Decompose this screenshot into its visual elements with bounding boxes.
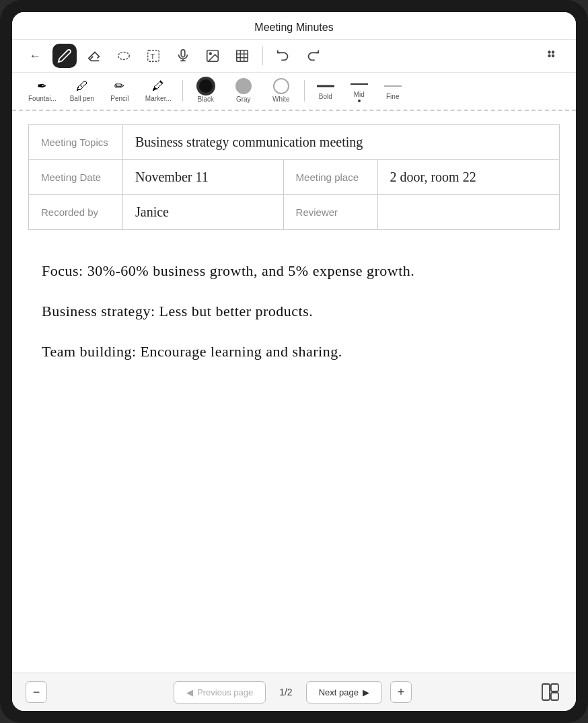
- svg-point-15: [548, 55, 550, 57]
- topics-label: Meeting Topics: [29, 125, 123, 160]
- layout-button[interactable]: [538, 680, 562, 704]
- recorded-value[interactable]: Janice: [123, 195, 284, 230]
- white-color-circle[interactable]: [273, 78, 289, 94]
- app-title: Meeting Minutes: [254, 22, 333, 33]
- reviewer-label: Reviewer: [283, 195, 377, 230]
- pencil-option[interactable]: ✏ Pencil: [102, 76, 137, 105]
- bold-stroke-option[interactable]: Bold: [310, 78, 341, 103]
- next-page-button[interactable]: Next page ▶: [306, 681, 382, 703]
- fountain-pen-label: Fountai...: [28, 95, 57, 102]
- fine-stroke-line: [383, 81, 403, 91]
- mid-stroke-option[interactable]: Mid: [344, 76, 375, 105]
- svg-point-7: [209, 52, 211, 54]
- svg-text:T: T: [150, 52, 155, 61]
- zoom-out-button[interactable]: −: [26, 681, 47, 703]
- page-indicator: 1/2: [274, 687, 297, 697]
- mic-button[interactable]: [171, 44, 195, 68]
- sub-toolbar-separator-1: [182, 80, 183, 102]
- eraser-icon: [87, 48, 102, 63]
- svg-rect-21: [551, 684, 558, 691]
- screen: Meeting Minutes ←: [12, 12, 576, 711]
- ball-pen-icon: 🖊: [76, 79, 88, 93]
- place-value[interactable]: 2 door, room 22: [377, 160, 559, 195]
- main-toolbar: ← T: [12, 40, 576, 73]
- svg-rect-8: [237, 50, 248, 62]
- date-label: Meeting Date: [29, 160, 123, 195]
- lasso-icon: [116, 48, 131, 63]
- layout-icon: [541, 683, 560, 701]
- pen-tool-button[interactable]: [52, 44, 77, 68]
- image-button[interactable]: [200, 44, 225, 68]
- place-label: Meeting place: [283, 160, 377, 195]
- topics-value[interactable]: Business strategy communication meeting: [123, 125, 560, 160]
- eraser-button[interactable]: [82, 44, 106, 68]
- table-row-date: Meeting Date November 11 Meeting place 2…: [29, 160, 560, 195]
- date-value[interactable]: November 11: [123, 160, 284, 195]
- gray-color-option[interactable]: Gray: [226, 75, 261, 106]
- text-icon: T: [146, 48, 161, 63]
- undo-icon: [276, 48, 291, 63]
- prev-page-label: Previous page: [197, 687, 253, 697]
- prev-arrow-icon: ◀: [186, 687, 193, 697]
- sub-toolbar-separator-2: [304, 80, 305, 102]
- svg-point-16: [552, 55, 554, 57]
- black-color-option[interactable]: Black: [188, 75, 223, 106]
- gray-color-circle[interactable]: [235, 78, 252, 94]
- fine-stroke-label: Fine: [386, 93, 399, 100]
- add-page-button[interactable]: +: [390, 681, 412, 703]
- ball-pen-label: Ball pen: [70, 95, 94, 102]
- device: Meeting Minutes ←: [0, 0, 588, 723]
- pen-icon: [57, 48, 72, 63]
- bottom-bar: − ◀ Previous page 1/2 Next page ▶ +: [12, 673, 576, 711]
- mid-stroke-dot: [358, 100, 361, 102]
- redo-icon: [305, 48, 320, 63]
- lasso-button[interactable]: [112, 44, 136, 68]
- marker-option[interactable]: 🖍 Marker...: [140, 77, 177, 105]
- text-button[interactable]: T: [141, 44, 166, 68]
- next-arrow-icon: ▶: [363, 687, 369, 697]
- svg-rect-3: [181, 50, 185, 57]
- svg-point-14: [552, 51, 554, 53]
- undo-button[interactable]: [271, 44, 295, 68]
- pencil-label: Pencil: [110, 95, 128, 102]
- note-line-2[interactable]: Business strategy: Less but better produ…: [42, 297, 546, 326]
- black-color-circle[interactable]: [198, 78, 214, 94]
- note-line-1[interactable]: Focus: 30%-60% business growth, and 5% e…: [42, 257, 546, 285]
- fountain-pen-option[interactable]: ✒ Fountai...: [23, 76, 62, 105]
- svg-point-0: [118, 52, 130, 60]
- bold-stroke-line: [316, 81, 336, 91]
- gray-color-label: Gray: [236, 96, 251, 103]
- meeting-table: Meeting Topics Business strategy communi…: [28, 124, 560, 230]
- note-line-3[interactable]: Team building: Encourage learning and sh…: [42, 338, 546, 366]
- table-button[interactable]: [230, 44, 254, 68]
- more-icon: [546, 48, 560, 63]
- sub-toolbar: ✒ Fountai... 🖊 Ball pen ✏ Pencil 🖍 Marke…: [12, 73, 576, 111]
- notes-area: Focus: 30%-60% business growth, and 5% e…: [28, 250, 560, 384]
- ball-pen-option[interactable]: 🖊 Ball pen: [65, 77, 100, 105]
- title-bar: Meeting Minutes: [12, 12, 576, 40]
- table-row-recorded: Recorded by Janice Reviewer: [29, 195, 560, 230]
- black-color-label: Black: [198, 96, 214, 103]
- toolbar-separator-1: [262, 46, 263, 65]
- fine-stroke-option[interactable]: Fine: [377, 78, 408, 103]
- white-color-option[interactable]: White: [264, 75, 299, 106]
- svg-rect-20: [542, 684, 550, 700]
- recorded-label: Recorded by: [29, 195, 123, 230]
- microphone-icon: [176, 48, 190, 63]
- table-icon: [235, 48, 250, 63]
- image-icon: [205, 48, 220, 63]
- prev-page-button[interactable]: ◀ Previous page: [174, 681, 266, 703]
- content-area: Meeting Topics Business strategy communi…: [12, 111, 576, 673]
- svg-point-13: [548, 51, 550, 53]
- pencil-icon: ✏: [114, 79, 124, 93]
- table-row-topics: Meeting Topics Business strategy communi…: [29, 125, 560, 160]
- back-button[interactable]: ←: [23, 44, 47, 68]
- fountain-pen-icon: ✒: [37, 79, 47, 93]
- redo-button[interactable]: [301, 44, 325, 68]
- mid-stroke-line: [349, 79, 369, 89]
- marker-label: Marker...: [145, 95, 172, 102]
- more-button[interactable]: [541, 44, 565, 68]
- svg-rect-22: [551, 693, 558, 700]
- reviewer-value[interactable]: [377, 195, 559, 230]
- bold-stroke-label: Bold: [319, 93, 332, 100]
